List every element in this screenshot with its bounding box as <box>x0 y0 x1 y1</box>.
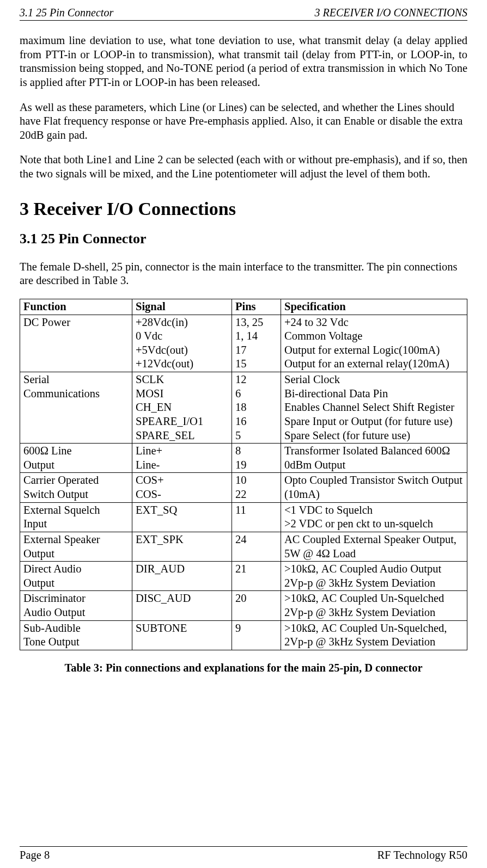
cell-function: SerialCommunications <box>20 372 132 444</box>
cell-spec: >10kΩ, AC Coupled Un-Squelched 2Vp-p @ 3… <box>281 591 467 620</box>
cell-line: 12 <box>235 373 277 387</box>
cell-line: SPEARE_I/O1 <box>136 415 228 429</box>
cell-pins: 819 <box>232 444 281 473</box>
cell-signal: DISC_AUD <box>132 591 232 620</box>
cell-line: 22 <box>235 488 277 502</box>
cell-line: 24 <box>235 533 277 547</box>
table-caption: Table 3: Pin connections and explanation… <box>20 661 467 675</box>
cell-line: Enables Channel Select Shift Register <box>284 401 464 415</box>
page-header: 3.1 25 Pin Connector 3 RECEIVER I/O CONN… <box>20 7 467 21</box>
page: 3.1 25 Pin Connector 3 RECEIVER I/O CONN… <box>0 0 487 868</box>
cell-line: Switch Output <box>23 488 129 502</box>
cell-line: 600Ω Line <box>23 444 129 458</box>
cell-line: 8 <box>235 444 277 458</box>
cell-spec: +24 to 32 VdcCommon VoltageOutput for ex… <box>281 315 467 372</box>
cell-line: DIR_AUD <box>136 562 228 576</box>
cell-function: DC Power <box>20 315 132 372</box>
cell-pins: 21 <box>232 562 281 591</box>
cell-line: Sub-Audible <box>23 621 129 636</box>
header-left: 3.1 25 Pin Connector <box>20 7 113 19</box>
cell-line: Serial <box>23 373 129 387</box>
cell-line: 9 <box>235 621 277 636</box>
cell-line: +28Vdc(in) <box>136 316 228 330</box>
page-body: maximum line deviation to use, what tone… <box>20 34 467 846</box>
table-row: Sub-AudibleTone OutputSUBTONE9>10kΩ, AC … <box>20 620 467 650</box>
cell-line: EXT_SQ <box>136 503 228 518</box>
cell-line: +24 to 32 Vdc <box>284 316 464 330</box>
cell-spec: <1 VDC to Squelch>2 VDC or pen ckt to un… <box>281 502 467 532</box>
cell-line: +12Vdc(out) <box>136 357 228 371</box>
cell-pins: 24 <box>232 532 281 561</box>
cell-line: MOSI <box>136 387 228 401</box>
cell-signal: EXT_SQ <box>132 502 232 532</box>
cell-line: Common Voltage <box>284 329 464 343</box>
table-row: SerialCommunicationsSCLKMOSICH_ENSPEARE_… <box>20 372 467 444</box>
cell-line: >10kΩ, AC Coupled Un-Squelched 2Vp-p @ 3… <box>284 592 464 619</box>
cell-line: 0 Vdc <box>136 329 228 343</box>
cell-line: Direct Audio <box>23 562 129 576</box>
header-right: 3 RECEIVER I/O CONNECTIONS <box>314 7 467 19</box>
table-header-row: Function Signal Pins Specification <box>20 299 467 315</box>
subsection-heading: 3.1 25 Pin Connector <box>20 230 467 248</box>
cell-pins: 13, 251, 141715 <box>232 315 281 372</box>
cell-line: 16 <box>235 415 277 429</box>
cell-line: Serial Clock <box>284 373 464 387</box>
cell-pins: 1022 <box>232 473 281 502</box>
cell-spec: >10kΩ, AC Coupled Audio Output 2Vp-p @ 3… <box>281 562 467 591</box>
footer-right: RF Technology R50 <box>377 849 467 861</box>
cell-function: Sub-AudibleTone Output <box>20 620 132 650</box>
cell-line: 6 <box>235 387 277 401</box>
paragraph-2: As well as these parameters, which Line … <box>20 101 467 143</box>
cell-line: DISC_AUD <box>136 592 228 606</box>
cell-signal: EXT_SPK <box>132 532 232 561</box>
cell-line: SCLK <box>136 373 228 387</box>
cell-line: COS- <box>136 488 228 502</box>
section-heading: 3 Receiver I/O Connections <box>20 198 467 221</box>
cell-signal: COS+COS- <box>132 473 232 502</box>
cell-spec: Opto Coupled Transistor Switch Output (1… <box>281 473 467 502</box>
cell-spec: Serial ClockBi-directional Data PinEnabl… <box>281 372 467 444</box>
cell-line: DC Power <box>23 316 129 330</box>
cell-line: EXT_SPK <box>136 533 228 547</box>
cell-function: Carrier OperatedSwitch Output <box>20 473 132 502</box>
cell-function: Direct AudioOutput <box>20 562 132 591</box>
cell-line: 17 <box>235 343 277 358</box>
cell-line: 19 <box>235 458 277 472</box>
cell-line: 5 <box>235 429 277 443</box>
cell-line: >10kΩ, AC Coupled Audio Output 2Vp-p @ 3… <box>284 562 464 590</box>
paragraph-1: maximum line deviation to use, what tone… <box>20 34 467 90</box>
footer-left: Page 8 <box>20 849 50 861</box>
cell-line: 20 <box>235 592 277 606</box>
cell-spec: Transformer Isolated Balanced 600Ω 0dBm … <box>281 444 467 473</box>
cell-line: Output <box>23 458 129 472</box>
table-row: External SquelchInputEXT_SQ11<1 VDC to S… <box>20 502 467 532</box>
intro-paragraph: The female D-shell, 25 pin, connector is… <box>20 260 467 288</box>
cell-line: Bi-directional Data Pin <box>284 387 464 401</box>
cell-function: DiscriminatorAudio Output <box>20 591 132 620</box>
cell-signal: DIR_AUD <box>132 562 232 591</box>
th-spec: Specification <box>281 299 467 315</box>
cell-line: Carrier Operated <box>23 473 129 488</box>
cell-line: Communications <box>23 387 129 401</box>
cell-line: >2 VDC or pen ckt to un-squelch <box>284 517 464 531</box>
cell-signal: SUBTONE <box>132 620 232 650</box>
cell-line: Discriminator <box>23 592 129 606</box>
cell-line: Spare Input or Output (for future use) <box>284 415 464 429</box>
cell-pins: 9 <box>232 620 281 650</box>
cell-line: Audio Output <box>23 606 129 620</box>
table-row: Carrier OperatedSwitch OutputCOS+COS-102… <box>20 473 467 502</box>
cell-line: >10kΩ, AC Coupled Un-Squelched, 2Vp-p @ … <box>284 621 464 649</box>
cell-line: 11 <box>235 503 277 518</box>
paragraph-3: Note that both Line1 and Line 2 can be s… <box>20 153 467 181</box>
cell-line: Output <box>23 576 129 590</box>
cell-signal: +28Vdc(in)0 Vdc+5Vdc(out)+12Vdc(out) <box>132 315 232 372</box>
cell-line: COS+ <box>136 473 228 488</box>
cell-spec: AC Coupled External Speaker Output, 5W @… <box>281 532 467 561</box>
cell-line: CH_EN <box>136 401 228 415</box>
cell-line: SUBTONE <box>136 621 228 636</box>
table-row: Direct AudioOutputDIR_AUD21>10kΩ, AC Cou… <box>20 562 467 591</box>
cell-function: 600Ω LineOutput <box>20 444 132 473</box>
cell-signal: Line+Line- <box>132 444 232 473</box>
page-footer: Page 8 RF Technology R50 <box>20 846 467 861</box>
cell-line: SPARE_SEL <box>136 429 228 443</box>
